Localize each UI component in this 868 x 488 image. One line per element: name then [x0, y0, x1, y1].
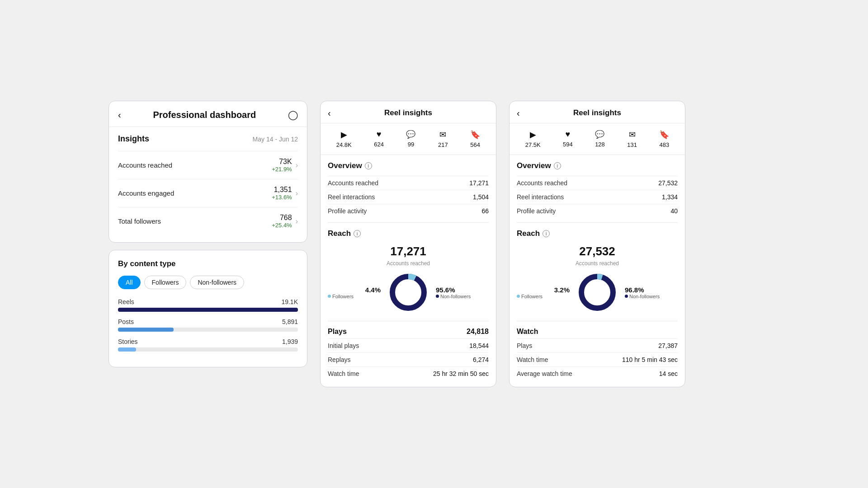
right-stats-row: ▶ 27.5K ♥ 594 💬 128 ✉ 131 🔖 483 — [509, 123, 685, 155]
bar-label-row-reels: Reels 19.1K — [118, 298, 298, 305]
bar-value-reels: 19.1K — [281, 298, 298, 305]
right-reel-title: Reel insights — [573, 108, 621, 117]
right-stat-profile: Profile activity 40 — [517, 204, 678, 218]
right-followers-desc-text: Followers — [521, 294, 542, 299]
middle-stat-shares-value: 217 — [438, 141, 448, 148]
bar-track-reels — [118, 308, 298, 312]
play-icon: ▶ — [341, 130, 347, 140]
chevron-right-icon-3: › — [296, 217, 298, 225]
middle-stat-comments-value: 99 — [408, 141, 414, 148]
bar-fill-reels — [118, 308, 298, 312]
overview-label: Overview — [328, 161, 362, 170]
right-comment-icon: 💬 — [595, 130, 604, 139]
middle-reach-chart: 17,271 Accounts reached 4.4% Followers — [328, 244, 489, 314]
right-reached-value: 27,532 — [658, 179, 678, 187]
right-stat-shares: ✉ 131 — [627, 130, 637, 148]
metric-value-engaged: 1,351 — [272, 186, 292, 194]
right-followers-pct: 3.2% — [517, 286, 570, 294]
middle-nonfollowers-pct: 95.6% — [436, 286, 489, 294]
middle-followers-label-group: 4.4% Followers — [328, 286, 381, 299]
tab-non-followers[interactable]: Non-followers — [190, 276, 244, 289]
right-stat-interactions: Reel interactions 1,334 — [517, 190, 678, 204]
right-nonfollowers-desc: Non-followers — [625, 294, 678, 299]
middle-back-button[interactable]: ‹ — [328, 108, 331, 118]
right-share-icon: ✉ — [629, 130, 636, 140]
right-stat-comments: 💬 128 — [595, 130, 605, 148]
middle-plays-total: 24,818 — [467, 328, 489, 336]
middle-stat-plays: ▶ 24.8K — [336, 130, 352, 148]
middle-nonfollowers-desc: Non-followers — [436, 294, 489, 299]
bar-row-posts: Posts 5,891 — [118, 318, 298, 332]
middle-stat-likes-value: 624 — [374, 141, 384, 148]
bar-row-reels: Reels 19.1K — [118, 298, 298, 312]
right-nonfollowers-desc-text: Non-followers — [629, 294, 660, 299]
right-interactions-value: 1,334 — [662, 193, 678, 201]
middle-reel-header: ‹ Reel insights — [321, 101, 496, 123]
right-stat-plays: ▶ 27.5K — [525, 130, 541, 148]
middle-replays-value: 6,274 — [473, 356, 489, 363]
right-plays-value: 27,387 — [658, 342, 678, 349]
middle-initial-plays-value: 18,544 — [469, 342, 489, 349]
gear-icon[interactable]: ◯ — [288, 109, 298, 120]
middle-stat-comments: 💬 99 — [406, 130, 415, 148]
right-reach-chart: 27,532 Accounts reached 3.2% Followers — [517, 244, 678, 314]
middle-reached-value: 17,271 — [469, 179, 489, 187]
right-back-button[interactable]: ‹ — [517, 108, 520, 118]
content-type-inner: By content type All Followers Non-follow… — [109, 250, 307, 367]
bar-fill-stories — [118, 347, 136, 352]
bar-label-row-stories: Stories 1,939 — [118, 338, 298, 345]
middle-interactions-label: Reel interactions — [328, 193, 375, 201]
svg-point-0 — [392, 277, 424, 308]
right-watch-title-row: Watch — [517, 328, 678, 336]
right-stat-shares-value: 131 — [627, 141, 637, 148]
middle-followers-pct: 4.4% — [328, 286, 381, 294]
middle-initial-plays: Initial plays 18,544 — [328, 338, 489, 352]
middle-stat-profile: Profile activity 66 — [328, 204, 489, 218]
metric-label-reached: Accounts reached — [118, 161, 172, 169]
right-followers-label-group: 3.2% Followers — [517, 286, 570, 299]
right-stat-comments-value: 128 — [595, 141, 605, 148]
middle-reach-section: Reach i 17,271 Accounts reached 4.4% Fol… — [328, 223, 489, 321]
right-heart-icon: ♥ — [566, 130, 571, 139]
middle-donut-chart — [388, 272, 429, 313]
tab-all[interactable]: All — [118, 276, 141, 289]
right-plays-label: Plays — [517, 342, 532, 349]
right-profile-value: 40 — [670, 207, 678, 215]
middle-plays-title-row: Plays 24,818 — [328, 328, 489, 336]
right-watch-section: Watch Plays 27,387 Watch time 110 hr 5 m… — [517, 321, 678, 387]
metric-value-reached: 73K — [272, 158, 292, 166]
right-stat-saves-value: 483 — [659, 141, 669, 148]
right-avg-watch-time-value: 14 sec — [659, 370, 678, 377]
tab-followers[interactable]: Followers — [144, 276, 187, 289]
middle-watch-time-value: 25 hr 32 min 50 sec — [433, 370, 489, 377]
right-overview-section: Overview i Accounts reached 27,532 Reel … — [517, 155, 678, 223]
date-range: May 14 - Jun 12 — [253, 136, 298, 143]
right-stat-reached: Accounts reached 27,532 — [517, 176, 678, 190]
right-bookmark-icon: 🔖 — [659, 130, 669, 140]
right-watch-time-stat: Watch time 110 hr 5 min 43 sec — [517, 352, 678, 366]
middle-watch-time-label: Watch time — [328, 370, 359, 377]
right-play-icon: ▶ — [530, 130, 536, 140]
middle-replays: Replays 6,274 — [328, 352, 489, 366]
metric-row-reached[interactable]: Accounts reached 73K +21.9% › — [118, 151, 298, 179]
right-nonfollowers-pct: 96.8% — [625, 286, 678, 294]
insights-label: Insights — [118, 134, 149, 144]
back-button[interactable]: ‹ — [118, 110, 121, 120]
bar-fill-posts — [118, 328, 174, 332]
metric-row-engaged[interactable]: Accounts engaged 1,351 +13.6% › — [118, 179, 298, 207]
followers-desc-text: Followers — [332, 294, 354, 299]
heart-icon: ♥ — [377, 130, 382, 139]
right-donut-chart — [577, 272, 618, 313]
middle-stat-saves-value: 564 — [470, 141, 480, 148]
middle-column: ‹ Reel insights ▶ 24.8K ♥ 624 💬 99 ✉ — [320, 101, 496, 387]
bar-row-stories: Stories 1,939 — [118, 338, 298, 352]
metric-change-reached: +21.9% — [272, 166, 292, 173]
middle-profile-value: 66 — [481, 207, 489, 215]
bar-value-posts: 5,891 — [282, 318, 298, 325]
middle-stat-plays-value: 24.8K — [336, 141, 352, 148]
bar-label-row-posts: Posts 5,891 — [118, 318, 298, 325]
right-avg-watch-time-label: Average watch time — [517, 370, 572, 377]
metric-row-followers[interactable]: Total followers 768 +25.4% › — [118, 207, 298, 235]
right-reach-sub: Accounts reached — [576, 260, 619, 267]
right-stat-plays-value: 27.5K — [525, 141, 541, 148]
